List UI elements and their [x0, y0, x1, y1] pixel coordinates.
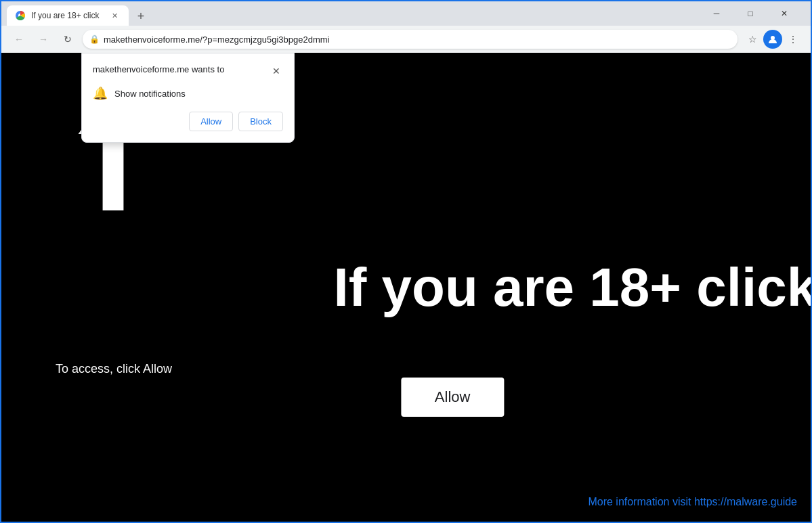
- popup-buttons: Allow Block: [93, 112, 283, 131]
- popup-block-button[interactable]: Block: [238, 112, 283, 131]
- page-subtitle: To access, click Allow: [56, 362, 172, 376]
- popup-allow-button[interactable]: Allow: [189, 112, 233, 131]
- title-bar: If you are 18+ click ✕ + ─ □ ✕: [1, 1, 811, 26]
- page-main-title: If you are 18+ click: [333, 256, 811, 319]
- permission-label: Show notifications: [114, 89, 186, 99]
- close-button[interactable]: ✕: [769, 4, 800, 24]
- profile-button[interactable]: [763, 30, 782, 49]
- popup-close-button[interactable]: ✕: [270, 64, 283, 78]
- bookmark-button[interactable]: ☆: [743, 30, 762, 49]
- chrome-browser-window: If you are 18+ click ✕ + ─ □ ✕ ← → ↻ 🔒 m…: [0, 0, 812, 523]
- toolbar-icons: ☆ ⋮: [743, 30, 803, 49]
- active-tab[interactable]: If you are 18+ click ✕: [7, 5, 129, 26]
- maximize-button[interactable]: □: [735, 4, 766, 24]
- menu-button[interactable]: ⋮: [784, 30, 803, 49]
- url-text: makethenvoiceforme.me/?p=mezgcmjzgu5gi3b…: [104, 35, 731, 45]
- page-allow-button[interactable]: Allow: [401, 378, 505, 417]
- popup-header: makethenvoiceforme.me wants to ✕: [93, 64, 283, 78]
- footer-link[interactable]: More information visit https://malware.g…: [588, 496, 797, 508]
- tab-close-button[interactable]: ✕: [108, 9, 121, 22]
- tab-favicon: [15, 10, 26, 21]
- notification-popup: makethenvoiceforme.me wants to ✕ 🔔 Show …: [81, 53, 295, 143]
- reload-button[interactable]: ↻: [58, 30, 77, 49]
- back-button[interactable]: ←: [9, 30, 28, 49]
- url-bar[interactable]: 🔒 makethenvoiceforme.me/?p=mezgcmjzgu5gi…: [83, 30, 738, 49]
- tab-bar: If you are 18+ click ✕ +: [7, 1, 698, 26]
- page-content: makethenvoiceforme.me wants to ✕ 🔔 Show …: [1, 53, 811, 522]
- new-tab-button[interactable]: +: [131, 7, 150, 26]
- forward-button[interactable]: →: [34, 30, 53, 49]
- lock-icon: 🔒: [89, 35, 100, 44]
- window-controls: ─ □ ✕: [701, 4, 800, 24]
- bell-icon: 🔔: [93, 86, 108, 101]
- popup-permission-row: 🔔 Show notifications: [93, 86, 283, 101]
- address-bar: ← → ↻ 🔒 makethenvoiceforme.me/?p=mezgcmj…: [1, 26, 811, 53]
- popup-title: makethenvoiceforme.me wants to: [93, 64, 224, 74]
- tab-title: If you are 18+ click: [31, 11, 103, 20]
- minimize-button[interactable]: ─: [701, 4, 732, 24]
